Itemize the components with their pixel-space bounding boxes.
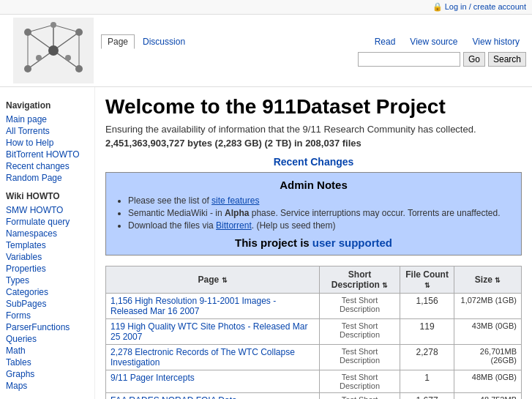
sidebar-item-queries[interactable]: Queries [6, 333, 89, 345]
recent-changes-link[interactable]: Recent Changes [105, 156, 522, 168]
sidebar-item-random-page[interactable]: Random Page [6, 172, 89, 184]
action-view-source[interactable]: View source [403, 34, 464, 49]
data-table: Page ⇅ ShortDescription ⇅ File Count ⇅ S… [105, 266, 522, 399]
sidebar: Navigation Main page All Torrents How to… [0, 87, 95, 399]
page-title: Welcome to the 911Dataset Project [105, 94, 522, 119]
table-row: 1,156 High Resolution 9-11-2001 Images -… [106, 293, 522, 318]
table-row: 2,278 Electronic Records of The WTC Coll… [106, 344, 522, 370]
sidebar-item-formulate-query[interactable]: Formulate query [6, 216, 89, 228]
table-cell-page: FAA RADES NORAD FOIA Data [106, 392, 320, 399]
svg-point-14 [75, 65, 83, 72]
page-link[interactable]: 9/11 Pager Intercepts [110, 373, 195, 383]
table-cell-short-desc: Test Short Description [320, 370, 400, 392]
header-tabs: Page Discussion Read View source View hi… [101, 34, 526, 67]
bittorrent-link[interactable]: Bittorrent [216, 220, 252, 231]
search-button[interactable]: Search [488, 52, 526, 67]
table-cell-size: 48MB (0GB) [454, 370, 522, 392]
table-cell-file-count: 2,278 [400, 344, 454, 370]
stats: 2,451,363,903,727 bytes (2,283 GB) (2 TB… [105, 138, 522, 149]
sidebar-item-how-to-help[interactable]: How to Help [6, 137, 89, 149]
col-header-short-desc: ShortDescription ⇅ [320, 266, 400, 293]
table-row: FAA RADES NORAD FOIA DataTest Short Desc… [106, 392, 522, 399]
sidebar-item-all-torrents[interactable]: All Torrents [6, 125, 89, 137]
sidebar-item-graphs[interactable]: Graphs [6, 368, 89, 380]
login-icon: 🔒 [432, 2, 443, 11]
col-header-file-count: File Count ⇅ [400, 266, 454, 293]
table-cell-short-desc: Test Short Description [320, 318, 400, 344]
admin-notes-title: Admin Notes [115, 179, 512, 191]
search-row: Go Search [101, 52, 526, 67]
col-header-size: Size ⇅ [454, 266, 522, 293]
action-view-history[interactable]: View history [466, 34, 526, 49]
table-row: 119 High Quality WTC Site Photos - Relea… [106, 318, 522, 344]
wiki-section-title: Wiki HOWTO [6, 191, 89, 201]
sidebar-item-bittorrent-howto[interactable]: BitTorrent HOWTO [6, 149, 89, 160]
svg-point-11 [24, 29, 31, 36]
table-body: 1,156 High Resolution 9-11-2001 Images -… [106, 293, 522, 399]
site-features-link[interactable]: site features [211, 195, 259, 206]
nav-section-title: Navigation [6, 100, 89, 111]
table-cell-size: 43MB (0GB) [454, 318, 522, 344]
sidebar-item-parserfunctions[interactable]: ParserFunctions [6, 321, 89, 333]
tab-page[interactable]: Page [101, 34, 135, 49]
sidebar-item-math[interactable]: Math [6, 345, 89, 357]
admin-note-2: Download the files via Bittorrent. (Help… [128, 220, 512, 231]
svg-point-16 [36, 55, 42, 61]
sidebar-item-namespaces[interactable]: Namespaces [6, 228, 89, 239]
sidebar-item-subpages[interactable]: SubPages [6, 298, 89, 310]
table-cell-size: 48,752MB (48GB) [454, 392, 522, 399]
admin-note-1: Semantic MediaWiki - in Alpha phase. Ser… [128, 208, 512, 218]
sidebar-item-tables[interactable]: Tables [6, 357, 89, 368]
table-cell-file-count: 119 [400, 318, 454, 344]
page-link[interactable]: 119 High Quality WTC Site Photos - Relea… [110, 321, 307, 342]
user-supported: This project is user supported [115, 236, 512, 249]
table-cell-page: 1,156 High Resolution 9-11-2001 Images -… [106, 293, 320, 318]
sidebar-item-categories[interactable]: Categories [6, 286, 89, 298]
col-header-page: Page ⇅ [106, 266, 320, 293]
page-link[interactable]: 1,156 High Resolution 9-11-2001 Images -… [110, 296, 276, 316]
table-cell-file-count: 1 [400, 370, 454, 392]
table-cell-size: 26,701MB (26GB) [454, 344, 522, 370]
page-link[interactable]: FAA RADES NORAD FOIA Data [110, 395, 237, 399]
content: Welcome to the 911Dataset Project Ensuri… [95, 87, 532, 399]
go-button[interactable]: Go [463, 52, 485, 67]
subtitle: Ensuring the availability of information… [105, 124, 522, 135]
table-cell-file-count: 1,156 [400, 293, 454, 318]
tab-discussion[interactable]: Discussion [136, 34, 192, 49]
svg-point-17 [65, 55, 71, 61]
logo-area [6, 18, 101, 83]
sidebar-item-main-page[interactable]: Main page [6, 113, 89, 125]
user-supported-highlight: user supported [312, 236, 392, 249]
sidebar-item-forms[interactable]: Forms [6, 310, 89, 321]
admin-notes-box: Admin Notes Please see the list of site … [105, 172, 522, 256]
sidebar-item-recent-changes[interactable]: Recent changes [6, 160, 89, 172]
admin-note-0: Please see the list of site features [128, 195, 512, 206]
main-layout: Navigation Main page All Torrents How to… [0, 87, 532, 399]
table-cell-page: 2,278 Electronic Records of The WTC Coll… [106, 344, 320, 370]
sidebar-item-variables[interactable]: Variables [6, 251, 89, 263]
header: Page Discussion Read View source View hi… [0, 15, 532, 87]
sidebar-item-types[interactable]: Types [6, 275, 89, 286]
sidebar-item-maps[interactable]: Maps [6, 380, 89, 392]
table-cell-page: 9/11 Pager Intercepts [106, 370, 320, 392]
sidebar-item-templates[interactable]: Templates [6, 239, 89, 251]
table-cell-size: 1,072MB (1GB) [454, 293, 522, 318]
svg-point-12 [75, 29, 83, 36]
sidebar-item-smw-howto[interactable]: SMW HOWTO [6, 204, 89, 216]
table-cell-page: 119 High Quality WTC Site Photos - Relea… [106, 318, 320, 344]
tabs-row: Page Discussion Read View source View hi… [101, 34, 526, 49]
login-link[interactable]: Log in / create account [445, 2, 526, 11]
table-cell-file-count: 1,677 [400, 392, 454, 399]
top-bar: 🔒 Log in / create account [0, 0, 532, 15]
search-input[interactable] [358, 52, 460, 67]
admin-notes-list: Please see the list of site features Sem… [128, 195, 512, 231]
page-link[interactable]: 2,278 Electronic Records of The WTC Coll… [110, 347, 295, 368]
svg-point-10 [48, 45, 59, 56]
svg-point-13 [24, 65, 31, 72]
sidebar-item-properties[interactable]: Properties [6, 263, 89, 275]
table-row: 9/11 Pager InterceptsTest Short Descript… [106, 370, 522, 392]
table-cell-short-desc: Test Short Description [320, 293, 400, 318]
table-cell-short-desc: Test Short Description [320, 344, 400, 370]
svg-point-15 [50, 22, 56, 28]
action-read[interactable]: Read [368, 34, 402, 49]
